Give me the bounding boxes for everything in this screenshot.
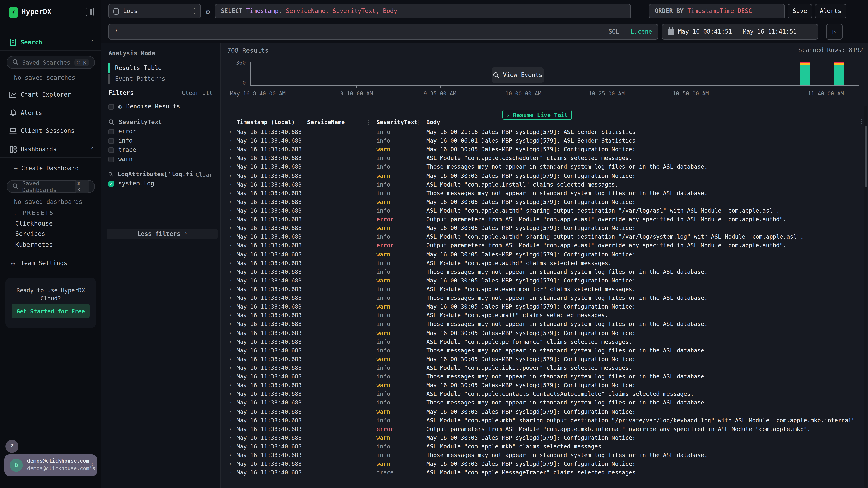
table-row[interactable]: ›May 16 11:38:40.683 AMwarnMay 16 00:30:… xyxy=(225,407,856,416)
row-expand-icon[interactable]: › xyxy=(225,356,232,362)
row-expand-icon[interactable]: › xyxy=(225,164,232,169)
help-button[interactable]: ? xyxy=(5,440,19,453)
vertical-scrollbar[interactable] xyxy=(864,106,867,488)
sidebar-item-chart-explorer[interactable]: Chart Explorer xyxy=(0,88,101,101)
source-select[interactable]: Logs ⌃⌄ xyxy=(108,4,201,19)
table-row[interactable]: ›May 16 11:38:40.683 AMinfoThose message… xyxy=(225,451,856,459)
preset-services[interactable]: Services xyxy=(15,230,45,237)
table-row[interactable]: ›May 16 11:38:40.683 AMwarnMay 16 00:30:… xyxy=(225,250,856,258)
select-clause-input[interactable]: SELECT Timestamp, ServiceName, SeverityT… xyxy=(215,4,631,19)
chevron-up-icon[interactable]: ⌃ xyxy=(91,147,94,152)
row-expand-icon[interactable]: › xyxy=(225,391,232,396)
filter-checkbox[interactable] xyxy=(108,157,114,162)
row-expand-icon[interactable]: › xyxy=(225,313,232,318)
table-row[interactable]: ›May 16 11:38:40.683 AMinfoThose message… xyxy=(225,189,856,197)
row-expand-icon[interactable]: › xyxy=(225,295,232,300)
denoise-checkbox[interactable] xyxy=(108,104,114,109)
row-expand-icon[interactable]: › xyxy=(225,242,232,248)
sidebar-item-team-settings[interactable]: ⚙ Team Settings xyxy=(0,257,101,269)
filter-checkbox[interactable] xyxy=(108,129,114,134)
chevron-up-icon[interactable]: ⌃ xyxy=(91,40,94,45)
row-expand-icon[interactable]: › xyxy=(225,173,232,178)
row-expand-icon[interactable]: › xyxy=(225,452,232,458)
sidebar-item-client-sessions[interactable]: Client Sessions xyxy=(0,124,101,137)
clear-all-link[interactable]: Clear all xyxy=(182,90,213,97)
row-expand-icon[interactable]: › xyxy=(225,400,232,405)
col-timestamp[interactable]: Timestamp (Local)⋮ xyxy=(232,119,303,125)
row-expand-icon[interactable]: › xyxy=(225,365,232,370)
table-row[interactable]: ›May 16 11:38:40.683 AMinfoASL Module "c… xyxy=(225,206,856,215)
row-expand-icon[interactable]: › xyxy=(225,304,232,309)
table-row[interactable]: ›May 16 11:38:40.683 AMinfoASL Module "c… xyxy=(225,258,856,267)
column-resize-handle[interactable]: ⋮ xyxy=(366,119,371,125)
filter-option-warn[interactable]: warn xyxy=(108,156,213,163)
table-row[interactable]: ›May 16 11:38:40.683 AMwarnMay 16 00:30:… xyxy=(225,433,856,442)
table-row[interactable]: ›May 16 11:38:40.683 AMwarnMay 16 00:30:… xyxy=(225,302,856,311)
source-settings-gear-icon[interactable]: ⚙ xyxy=(206,7,210,16)
row-expand-icon[interactable]: › xyxy=(225,252,232,257)
lang-lucene-toggle[interactable]: Lucene xyxy=(630,28,652,35)
preset-kubernetes[interactable]: Kubernetes xyxy=(15,241,53,248)
table-row[interactable]: ›May 16 11:38:40.683 AMwarnMay 16 00:30:… xyxy=(225,171,856,180)
table-row[interactable]: ›May 16 11:38:40.683 AMinfoASL Module "c… xyxy=(225,442,856,451)
table-row[interactable]: ›May 16 11:38:40.683 AMinfoASL Module "c… xyxy=(225,311,856,320)
time-range-picker[interactable]: May 16 08:41:51 - May 16 11:41:51 xyxy=(662,24,818,40)
save-button[interactable]: Save xyxy=(788,4,812,19)
table-row[interactable]: ›May 16 11:38:40.683 AMinfoThose message… xyxy=(225,320,856,328)
row-expand-icon[interactable]: › xyxy=(225,383,232,388)
row-expand-icon[interactable]: › xyxy=(225,426,232,431)
row-expand-icon[interactable]: › xyxy=(225,461,232,466)
table-row[interactable]: ›May 16 11:38:40.683 AMwarnMay 16 00:30:… xyxy=(225,224,856,232)
scrollbar-thumb[interactable] xyxy=(865,126,867,187)
filter-checkbox[interactable] xyxy=(108,147,114,153)
row-expand-icon[interactable]: › xyxy=(225,278,232,283)
row-expand-icon[interactable]: › xyxy=(225,373,232,379)
table-row[interactable]: ›May 16 11:38:40.683 AMerrorOutput param… xyxy=(225,424,856,433)
table-row[interactable]: ›May 16 11:38:40.683 AMinfoThose message… xyxy=(225,162,856,171)
filter-checkbox[interactable] xyxy=(108,138,114,143)
row-expand-icon[interactable]: › xyxy=(225,444,232,449)
analysis-mode-tab-event-patterns[interactable]: Event Patterns xyxy=(108,74,212,84)
table-row[interactable]: ›May 16 11:38:40.683 AMinfoASL Module "c… xyxy=(225,390,856,398)
table-row[interactable]: ›May 16 11:38:40.683 AMwarnMay 16 00:30:… xyxy=(225,328,856,337)
row-expand-icon[interactable]: › xyxy=(225,155,232,161)
table-row[interactable]: ›May 16 11:38:40.683 AMinfoThose message… xyxy=(225,293,856,302)
table-row[interactable]: ›May 16 11:38:40.683 AMwarnMay 16 00:30:… xyxy=(225,197,856,206)
column-resize-handle[interactable]: ⋮ xyxy=(415,119,421,125)
table-row[interactable]: ›May 16 11:38:40.683 AMinfoThose message… xyxy=(225,398,856,407)
row-expand-icon[interactable]: › xyxy=(225,347,232,353)
preset-clickhouse[interactable]: Clickhouse xyxy=(15,220,53,227)
row-expand-icon[interactable]: › xyxy=(225,234,232,239)
table-row[interactable]: ›May 16 11:38:40.683 AMinfoThose message… xyxy=(225,267,856,276)
histogram-bar[interactable] xyxy=(800,62,810,85)
row-expand-icon[interactable]: › xyxy=(225,182,232,187)
table-row[interactable]: ›May 16 11:38:40.683 AMtraceASL Module "… xyxy=(225,468,856,477)
analysis-mode-tab-results-table[interactable]: Results Table xyxy=(108,63,212,73)
lang-sql-toggle[interactable]: SQL xyxy=(609,28,619,35)
table-row[interactable]: ›May 16 11:38:40.683 AMwarnMay 16 00:30:… xyxy=(225,459,856,468)
filter-option-trace[interactable]: trace xyxy=(108,147,213,154)
col-body[interactable]: Body xyxy=(422,119,856,125)
table-row[interactable]: ›May 16 11:38:40.683 AMwarnMay 16 00:30:… xyxy=(225,276,856,285)
create-dashboard-button[interactable]: + Create Dashboard xyxy=(14,165,79,172)
sidebar-collapse-icon[interactable] xyxy=(86,8,94,16)
table-row[interactable]: ›May 16 11:38:40.683 AMinfoASL Module "c… xyxy=(225,232,856,241)
table-row[interactable]: ›May 16 11:38:40.683 AMinfoASL Module "c… xyxy=(225,337,856,346)
get-started-button[interactable]: Get Started for Free xyxy=(12,304,90,318)
table-row[interactable]: ›May 16 11:38:40.683 AMwarnMay 16 00:30:… xyxy=(225,381,856,390)
filter-option-info[interactable]: info xyxy=(108,137,213,144)
presets-header[interactable]: ⌄ PRESETS xyxy=(14,209,54,216)
row-expand-icon[interactable]: › xyxy=(225,417,232,423)
table-row[interactable]: ›May 16 11:38:40.683 AMinfoMay 16 00:21:… xyxy=(225,127,856,136)
filter-checkbox[interactable]: ✓ xyxy=(108,181,114,186)
row-expand-icon[interactable]: › xyxy=(225,216,232,222)
table-row[interactable]: ›May 16 11:38:40.683 AMinfoASL Module "c… xyxy=(225,363,856,372)
saved-searches-input[interactable]: Saved Searches ⌘ K xyxy=(6,56,95,69)
filter-group-clear-link[interactable]: Clear xyxy=(195,171,213,178)
sidebar-item-search[interactable]: Search ⌃ xyxy=(0,36,101,49)
table-row[interactable]: ›May 16 11:38:40.683 AMinfoThose message… xyxy=(225,372,856,381)
col-severitytext[interactable]: SeverityText⋮ xyxy=(372,119,422,125)
row-expand-icon[interactable]: › xyxy=(225,330,232,335)
row-expand-icon[interactable]: › xyxy=(225,199,232,204)
table-row[interactable]: ›May 16 11:38:40.683 AMerrorOutput param… xyxy=(225,241,856,250)
